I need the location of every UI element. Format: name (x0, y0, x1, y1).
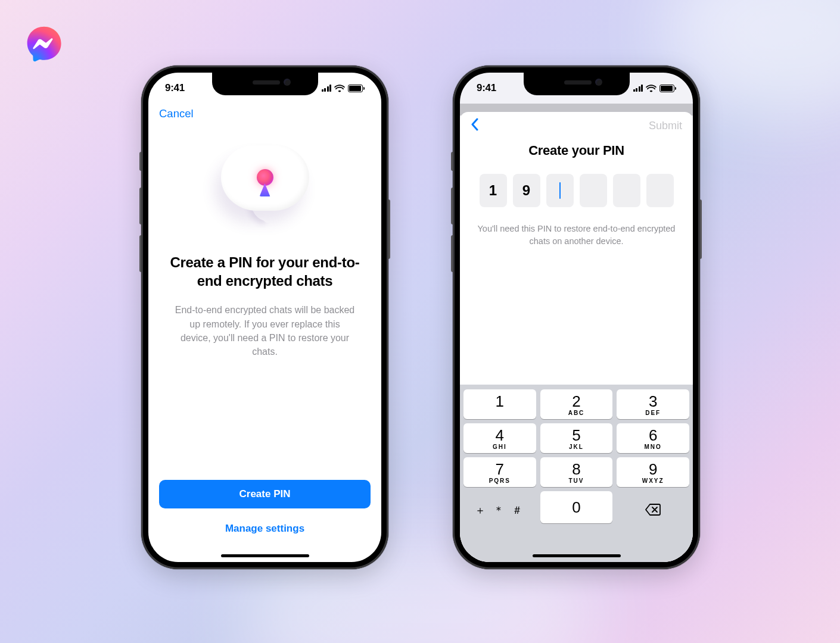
back-button[interactable] (471, 118, 479, 133)
pin-input-row: 1 9 (460, 174, 693, 207)
hint-text: You'll need this PIN to restore end-to-e… (460, 223, 693, 248)
key-label: JKL (569, 444, 584, 451)
cellular-icon (322, 85, 332, 92)
cellular-icon (633, 85, 643, 92)
key-num: 9 (649, 461, 657, 477)
key-label: ABC (568, 410, 585, 417)
key-5[interactable]: 5JKL (540, 423, 613, 453)
key-1[interactable]: 1 (463, 389, 536, 419)
key-num: 5 (572, 427, 580, 443)
create-pin-button-label: Create PIN (239, 488, 291, 500)
home-indicator[interactable] (221, 554, 309, 557)
status-indicators (322, 85, 365, 92)
messenger-logo-icon (24, 24, 64, 65)
battery-icon (348, 85, 365, 92)
key-num: 8 (572, 461, 580, 477)
wifi-icon (646, 85, 657, 92)
key-num: 7 (496, 461, 504, 477)
phone-mock-right: 9:41 Submit Create your PIN (453, 65, 700, 569)
submit-button[interactable]: Submit (649, 120, 682, 132)
pin-digit-2[interactable]: 9 (513, 174, 540, 207)
key-0[interactable]: 0 (540, 491, 613, 523)
create-pin-button[interactable]: Create PIN (159, 480, 371, 508)
pin-digit-3[interactable] (546, 174, 574, 207)
key-num: 1 (496, 394, 504, 409)
status-time: 9:41 (165, 82, 185, 94)
key-num: 0 (572, 500, 580, 515)
key-num: 3 (649, 394, 657, 409)
pin-digit-4[interactable] (580, 174, 607, 207)
key-num: 4 (496, 427, 504, 443)
key-3[interactable]: 3DEF (617, 389, 689, 419)
pin-digit-1[interactable]: 1 (480, 174, 507, 207)
headline: Create a PIN for your end-to-end encrypt… (148, 254, 381, 290)
key-symbols[interactable]: ＋ ＊ ＃ (463, 491, 536, 523)
key-label: PQRS (489, 477, 511, 485)
numeric-keypad: 1 2ABC 3DEF 4GHI 5JKL 6MNO 7PQRS 8TUV 9W… (460, 385, 693, 562)
pin-digit-6[interactable] (646, 174, 674, 207)
phone-mock-left: 9:41 Cancel Create a PIN for your end-to (141, 65, 388, 569)
home-indicator[interactable] (533, 554, 621, 557)
key-7[interactable]: 7PQRS (463, 457, 536, 487)
sheet-headline: Create your PIN (460, 143, 693, 158)
key-num: 6 (649, 427, 657, 443)
hero-illustration (148, 142, 381, 231)
manage-settings-link[interactable]: Manage settings (148, 523, 381, 535)
key-label: TUV (569, 477, 584, 485)
sheet: Submit Create your PIN 1 9 You'll need t… (460, 112, 693, 562)
key-num: 2 (572, 394, 580, 409)
key-label: MNO (645, 444, 662, 451)
key-9[interactable]: 9WXYZ (617, 457, 689, 487)
status-indicators (633, 85, 677, 92)
key-delete[interactable] (617, 491, 689, 523)
cancel-button[interactable]: Cancel (159, 107, 194, 120)
delete-icon (645, 503, 661, 516)
chevron-left-icon (471, 118, 479, 131)
keyhole-icon (257, 169, 273, 196)
notch (212, 73, 318, 95)
key-label: DEF (645, 410, 661, 417)
battery-icon (659, 85, 676, 92)
wifi-icon (334, 85, 345, 92)
key-2[interactable]: 2ABC (540, 389, 613, 419)
pin-digit-5[interactable] (613, 174, 640, 207)
key-4[interactable]: 4GHI (463, 423, 536, 453)
key-label: GHI (493, 444, 507, 451)
description: End-to-end encrypted chats will be backe… (148, 303, 381, 358)
symbols-label: ＋ ＊ ＃ (475, 497, 525, 517)
key-8[interactable]: 8TUV (540, 457, 613, 487)
key-label: WXYZ (642, 477, 664, 485)
cursor (559, 182, 561, 199)
status-time: 9:41 (477, 82, 496, 94)
key-6[interactable]: 6MNO (617, 423, 689, 453)
notch (524, 73, 630, 95)
